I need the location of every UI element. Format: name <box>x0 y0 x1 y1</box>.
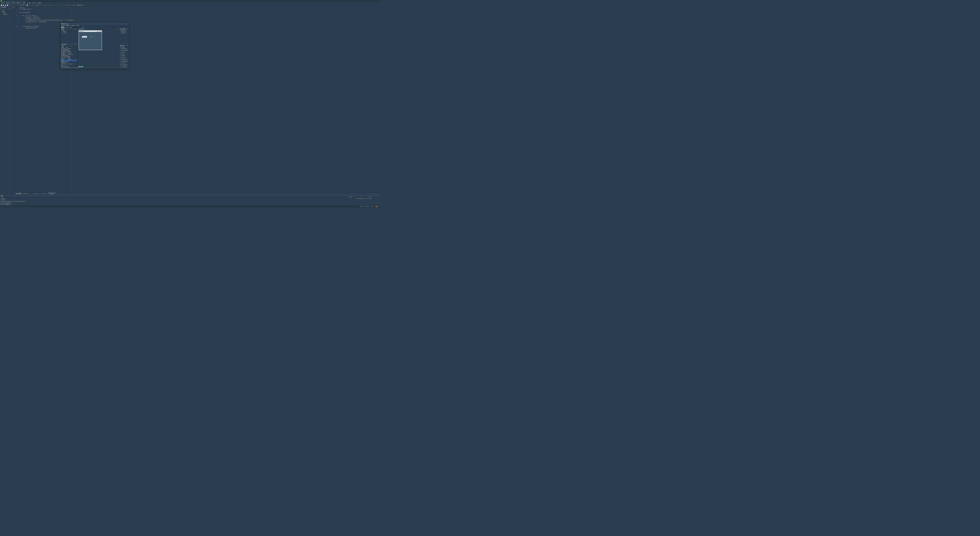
split-icon[interactable]: ⊞ <box>375 193 376 194</box>
terminal-icon[interactable]: ▣ <box>79 4 81 6</box>
d-menu-view[interactable]: 视图(V) <box>66 25 70 26</box>
menu-edit[interactable]: 编辑(E) <box>6 2 11 4</box>
msg-pin-icon[interactable]: ▾ <box>377 195 377 196</box>
designer-max-icon[interactable]: □ <box>123 23 126 24</box>
pause-icon[interactable]: ‖ <box>49 4 51 6</box>
palette-item[interactable]: ▭TComboBox <box>119 64 129 65</box>
d-tb-1[interactable]: 📄 <box>61 27 62 28</box>
menu-project[interactable]: 工程(P) <box>21 2 26 4</box>
file-tab-module1[interactable]: module1.py <box>31 192 40 194</box>
tree-run-config[interactable]: 运行设置 <box>0 13 14 15</box>
maximize-button[interactable]: □ <box>370 0 374 2</box>
undo-icon[interactable]: ↶ <box>15 4 17 6</box>
nav-back-icon[interactable]: ← <box>59 4 60 6</box>
d-menu-run[interactable]: 运行(R) <box>75 25 80 26</box>
step-over-icon[interactable]: ⤵ <box>39 4 41 6</box>
layout-icon[interactable]: ⊞ <box>81 4 83 6</box>
step-out-icon[interactable]: ↥ <box>43 4 45 6</box>
menu-view[interactable]: 视图(V) <box>16 2 21 4</box>
palette-item[interactable]: ▭TRadioButton <box>119 60 129 62</box>
form-min-icon[interactable]: — <box>97 31 98 32</box>
sb-icon-5[interactable]: ⊟ <box>8 8 10 10</box>
form-max-icon[interactable]: □ <box>98 31 100 32</box>
python-icon[interactable]: 🐍 <box>77 4 79 6</box>
close-panel-icon[interactable]: ✕ <box>14 6 14 8</box>
save-icon[interactable]: 💾 <box>5 4 6 6</box>
sb-icon-3[interactable]: ⊡ <box>4 8 5 10</box>
remote-status[interactable]: 远程 <box>371 206 373 207</box>
property-grid[interactable]: DisabledImageNameDisabledImagesDoubleBuf… <box>61 48 77 67</box>
sb-icon-8[interactable]: ≡ <box>13 8 14 10</box>
menu-help[interactable]: 帮助(H) <box>37 2 42 4</box>
step-icon[interactable]: ↧ <box>47 4 49 6</box>
goto-icon[interactable]: 📋 <box>26 4 28 6</box>
stop-icon[interactable]: ■ <box>51 4 53 6</box>
breakpoint-icon[interactable]: ⊗ <box>56 4 57 6</box>
minimize-button[interactable]: — <box>366 0 370 2</box>
palette-item[interactable]: ▭TMemo <box>119 55 129 57</box>
tab-events[interactable]: 事件 <box>65 46 69 48</box>
d-tb-2[interactable]: 📋 <box>63 27 64 28</box>
palette-item[interactable]: ▭TEdit <box>119 53 129 55</box>
cut-icon[interactable]: ✂ <box>13 4 15 6</box>
message-list[interactable]: Traceback <module>ModuleNotFoundError: N… <box>0 197 355 206</box>
close-icon[interactable]: ✕ <box>54 193 55 194</box>
palette-item[interactable]: ▭TCheckBox <box>119 59 129 60</box>
nav-fwd-icon[interactable]: → <box>60 4 62 6</box>
format-icon[interactable]: ¶ <box>74 4 76 6</box>
palette-item[interactable]: ▭TScrollBar <box>119 65 129 67</box>
proj-sct[interactable]: Unit1.sct <box>119 32 129 34</box>
menu-tools[interactable]: 工具(T) <box>32 2 37 4</box>
d-tb-5[interactable]: ▶ <box>71 27 72 28</box>
check-icon[interactable]: ⊘ <box>29 4 31 6</box>
python-version[interactable]: Python 3.11 (64-bit) <box>360 206 369 207</box>
d-tb-4[interactable]: ↶ <box>69 27 70 28</box>
replace-icon[interactable]: ⚙ <box>24 4 26 6</box>
d-combo[interactable] <box>73 27 81 28</box>
open-icon[interactable]: 📂 <box>3 4 4 6</box>
bullets-icon[interactable]: ⋮≡ <box>72 4 73 6</box>
designer-title-bar[interactable]: 窗体设计器 — □ ✕ <box>61 23 129 25</box>
record-icon[interactable]: ● <box>53 4 55 6</box>
palette-item[interactable]: ▭TListBox <box>119 62 129 64</box>
new-icon[interactable]: 📄 <box>0 4 2 6</box>
sb-icon-1[interactable]: ⊞ <box>0 8 2 10</box>
comment-icon[interactable]: ☰ <box>68 4 69 6</box>
design-form[interactable]: Form1 — □ ✕ Button1 Label1 <box>79 30 102 50</box>
menu-run[interactable]: 运行(R) <box>26 2 32 4</box>
indent-icon[interactable]: ⇥ <box>65 4 67 6</box>
designer-close-icon[interactable]: ✕ <box>126 23 128 24</box>
chevron-down-icon[interactable]: ▾ <box>82 27 83 28</box>
sb-icon-4[interactable]: ▸ <box>6 8 8 10</box>
tree-label1[interactable]: Label1 <box>61 32 78 34</box>
sb-icon-7[interactable]: ↕ <box>11 8 13 10</box>
menu-search[interactable]: 查找(S) <box>11 2 16 4</box>
design-tab[interactable]: Design <box>78 66 83 67</box>
print-icon[interactable]: 🖨 <box>10 4 12 6</box>
form-canvas[interactable]: Button1 Label1 <box>79 32 102 50</box>
palette-item[interactable]: ▭TPopupMenu <box>119 49 129 51</box>
palette-item[interactable]: ▭TMainMenu <box>119 48 129 49</box>
design-label1[interactable]: Label1 <box>90 36 93 37</box>
run-to-icon[interactable]: ⇥ <box>45 4 47 6</box>
code-editor[interactable]: 123⊟45 ⊟678910 1112⊟1314 import os from … <box>15 6 379 195</box>
file-tab-project1[interactable]: Project1.py <box>40 192 48 194</box>
designer-min-icon[interactable]: — <box>120 23 123 24</box>
layout-btn-icon[interactable]: ▭ <box>377 193 379 194</box>
outdent-icon[interactable]: ⇤ <box>64 4 65 6</box>
list-icon[interactable]: ≡ <box>70 4 72 6</box>
palette-item[interactable]: ▭TLabel <box>119 51 129 53</box>
split-h-icon[interactable]: ◫ <box>371 193 372 194</box>
close-button[interactable]: ✕ <box>375 0 379 2</box>
menu-file[interactable]: 文件(F) <box>0 2 6 4</box>
mini-tab-project[interactable]: 工程浏览器 <box>15 192 22 194</box>
redo-icon[interactable]: ↷ <box>17 4 19 6</box>
save-all-icon[interactable]: 📑 <box>7 4 9 6</box>
d-tb-6[interactable]: ↻ <box>83 27 84 28</box>
d-tb-3[interactable]: 🖨 <box>66 27 67 28</box>
form-close-icon[interactable]: ✕ <box>100 31 101 32</box>
step-into-icon[interactable]: ⤋ <box>41 4 43 6</box>
pin-icon[interactable]: ▾ <box>13 6 13 8</box>
debug-icon[interactable]: ▶¦ <box>37 4 38 6</box>
run-icon[interactable]: ▶ <box>35 4 36 6</box>
